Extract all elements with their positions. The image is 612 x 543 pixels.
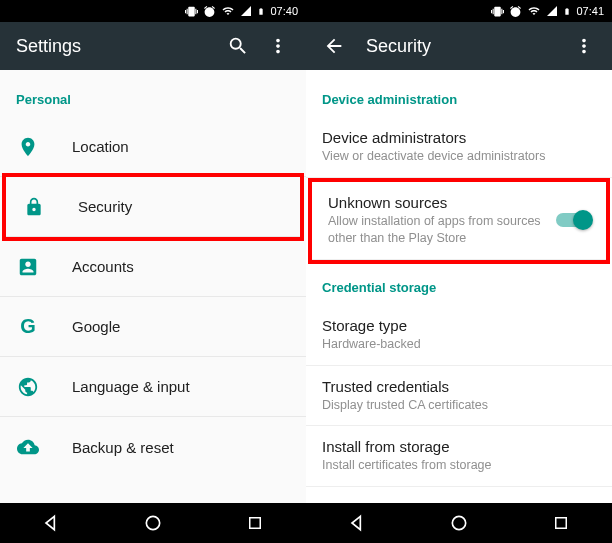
home-icon (449, 513, 469, 533)
item-title: Device administrators (322, 129, 596, 146)
svg-rect-3 (556, 518, 567, 529)
recents-icon (552, 514, 570, 532)
overflow-button[interactable] (564, 26, 604, 66)
section-header-personal: Personal (0, 70, 306, 117)
item-subtitle: View or deactivate device administrators (322, 148, 596, 165)
settings-item-google[interactable]: G Google (0, 297, 306, 357)
nav-home[interactable] (419, 503, 499, 543)
status-time: 07:41 (576, 5, 604, 17)
search-icon (227, 35, 249, 57)
highlight-unknown-sources: Unknown sources Allow installation of ap… (308, 178, 610, 264)
language-icon (16, 375, 40, 399)
nav-recents[interactable] (521, 503, 601, 543)
svg-point-0 (146, 516, 159, 529)
recents-icon (246, 514, 264, 532)
settings-item-language[interactable]: Language & input (0, 357, 306, 417)
section-header-credential: Credential storage (306, 264, 612, 305)
backup-icon (16, 435, 40, 459)
item-title: Storage type (322, 317, 596, 334)
wifi-icon (527, 5, 541, 17)
battery-icon (257, 5, 265, 18)
item-label: Backup & reset (72, 439, 290, 456)
alarm-icon (203, 5, 216, 18)
more-vert-icon (573, 35, 595, 57)
battery-icon (563, 5, 571, 18)
item-trusted-credentials[interactable]: Trusted credentials Display trusted CA c… (306, 366, 612, 427)
item-label: Security (78, 198, 284, 215)
item-label: Language & input (72, 378, 290, 395)
settings-item-backup[interactable]: Backup & reset (0, 417, 306, 477)
vibrate-icon (185, 5, 198, 18)
alarm-icon (509, 5, 522, 18)
highlight-security: Security (2, 173, 304, 241)
google-icon: G (16, 315, 40, 339)
home-icon (143, 513, 163, 533)
page-title: Security (366, 36, 564, 57)
back-icon (41, 513, 61, 533)
item-label: Google (72, 318, 290, 335)
page-title: Settings (16, 36, 218, 57)
item-subtitle: Allow installation of apps from sources … (328, 213, 548, 247)
search-button[interactable] (218, 26, 258, 66)
item-title: Install from storage (322, 438, 596, 455)
settings-item-accounts[interactable]: Accounts (0, 237, 306, 297)
nav-recents[interactable] (215, 503, 295, 543)
status-bar: 07:40 (0, 0, 306, 22)
lock-icon (22, 195, 46, 219)
settings-item-location[interactable]: Location (0, 117, 306, 177)
vibrate-icon (491, 5, 504, 18)
section-header-device-admin: Device administration (306, 70, 612, 117)
overflow-button[interactable] (258, 26, 298, 66)
security-list: Device administration Device administrat… (306, 70, 612, 503)
item-clear-credentials[interactable]: Clear credentials (306, 487, 612, 503)
item-device-administrators[interactable]: Device administrators View or deactivate… (306, 117, 612, 178)
status-bar: 07:41 (306, 0, 612, 22)
back-icon (347, 513, 367, 533)
svg-rect-1 (250, 518, 261, 529)
item-label: Accounts (72, 258, 290, 275)
settings-list: Personal Location Security (0, 70, 306, 503)
nav-bar (0, 503, 306, 543)
more-vert-icon (267, 35, 289, 57)
security-screen: 07:41 Security Device administration Dev… (306, 0, 612, 543)
item-title: Unknown sources (328, 194, 548, 211)
wifi-icon (221, 5, 235, 17)
item-label: Location (72, 138, 290, 155)
back-button[interactable] (314, 26, 354, 66)
nav-back[interactable] (317, 503, 397, 543)
signal-icon (546, 5, 558, 17)
location-icon (16, 135, 40, 159)
item-subtitle: Install certificates from storage (322, 457, 596, 474)
svg-point-2 (452, 516, 465, 529)
item-subtitle: Hardware-backed (322, 336, 596, 353)
nav-bar (306, 503, 612, 543)
nav-back[interactable] (11, 503, 91, 543)
nav-home[interactable] (113, 503, 193, 543)
item-unknown-sources[interactable]: Unknown sources Allow installation of ap… (312, 182, 606, 260)
item-storage-type[interactable]: Storage type Hardware-backed (306, 305, 612, 366)
unknown-sources-toggle[interactable] (556, 213, 590, 227)
item-install-from-storage[interactable]: Install from storage Install certificate… (306, 426, 612, 487)
app-bar: Settings (0, 22, 306, 70)
item-subtitle: Display trusted CA certificates (322, 397, 596, 414)
arrow-back-icon (323, 35, 345, 57)
settings-item-security[interactable]: Security (6, 177, 300, 237)
account-icon (16, 255, 40, 279)
status-time: 07:40 (270, 5, 298, 17)
app-bar: Security (306, 22, 612, 70)
settings-screen: 07:40 Settings Personal Location (0, 0, 306, 543)
item-title: Trusted credentials (322, 378, 596, 395)
signal-icon (240, 5, 252, 17)
